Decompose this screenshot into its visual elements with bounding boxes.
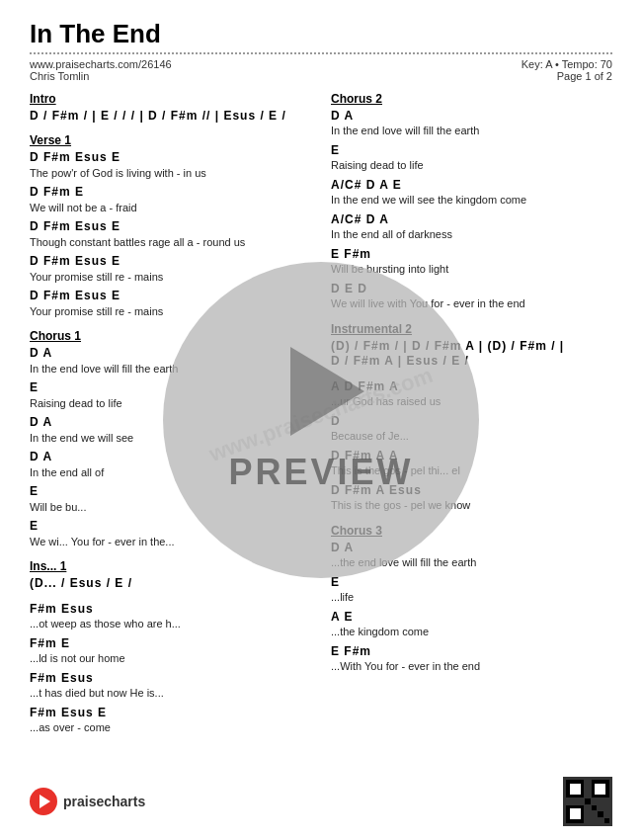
header-left: www.praisecharts.com/26146 Chris Tomlin <box>30 58 172 82</box>
bridge-section: F#m Esus ...ot weep as those who are h..… <box>30 602 311 736</box>
header-right: Key: A • Tempo: 70 Page 1 of 2 <box>522 58 612 82</box>
left-column: Intro D / F#m / | E / / / | D / F#m // |… <box>30 92 311 746</box>
chorus1-section: Chorus 1 D A In the end love will fill t… <box>30 329 311 549</box>
page-container: In The End www.praisecharts.com/26146 Ch… <box>0 0 642 840</box>
song-key-tempo: Key: A • Tempo: 70 <box>522 58 612 70</box>
intro-section: Intro D / F#m / | E / / / | D / F#m // |… <box>30 92 311 125</box>
chorus3-section: Chorus 3 D A ...the end love will fill t… <box>331 524 612 675</box>
verse1-line2: D F#m E We will not be a - fraid <box>30 185 311 215</box>
instrumental1-label: Ins... 1 <box>30 559 311 573</box>
song-artist: Chris Tomlin <box>30 70 172 82</box>
chorus2-label: Chorus 2 <box>331 92 612 106</box>
content-columns: Intro D / F#m / | E / / / | D / F#m // |… <box>30 92 612 746</box>
verse1-line1: D F#m Esus E The pow'r of God is living … <box>30 150 311 181</box>
intro-chords: D / F#m / | E / / / | D / F#m // | Esus … <box>30 109 311 125</box>
intro-label: Intro <box>30 92 311 106</box>
footer-logo: praisecharts <box>30 788 145 815</box>
header-section: In The End www.praisecharts.com/26146 Ch… <box>30 20 612 82</box>
verse1-line4: D F#m Esus E Your promise still re - mai… <box>30 254 311 285</box>
right-column: Chorus 2 D A In the end love will fill t… <box>331 92 612 746</box>
footer-play-icon <box>30 788 57 815</box>
footer-brand: praisecharts <box>63 794 145 809</box>
chorus2-section: Chorus 2 D A In the end love will fill t… <box>331 92 612 312</box>
divider-line <box>30 52 612 54</box>
verse1-line5: D F#m Esus E Your promise still re - mai… <box>30 289 311 319</box>
page-number: Page 1 of 2 <box>557 70 612 82</box>
verse2-section: A D F#m A ...ur God has raised us D Beca… <box>331 379 612 514</box>
header-meta: www.praisecharts.com/26146 Chris Tomlin … <box>30 58 612 82</box>
footer: praisecharts <box>30 777 612 826</box>
instrumental1-section: Ins... 1 (D... / Esus / E / <box>30 559 311 592</box>
verse1-section: Verse 1 D F#m Esus E The pow'r of God is… <box>30 133 311 319</box>
chorus1-label: Chorus 1 <box>30 329 311 343</box>
song-title: In The End <box>30 20 612 48</box>
qr-code <box>563 777 612 826</box>
verse1-line3: D F#m Esus E Though constant battles rag… <box>30 219 311 250</box>
song-url: www.praisecharts.com/26146 <box>30 58 172 70</box>
chorus3-label: Chorus 3 <box>331 524 612 538</box>
instrumental2-label: Instrumental 2 <box>331 322 612 336</box>
verse1-label: Verse 1 <box>30 133 311 147</box>
instrumental2-section: Instrumental 2 (D) / F#m / | D / F#m A |… <box>331 322 612 370</box>
